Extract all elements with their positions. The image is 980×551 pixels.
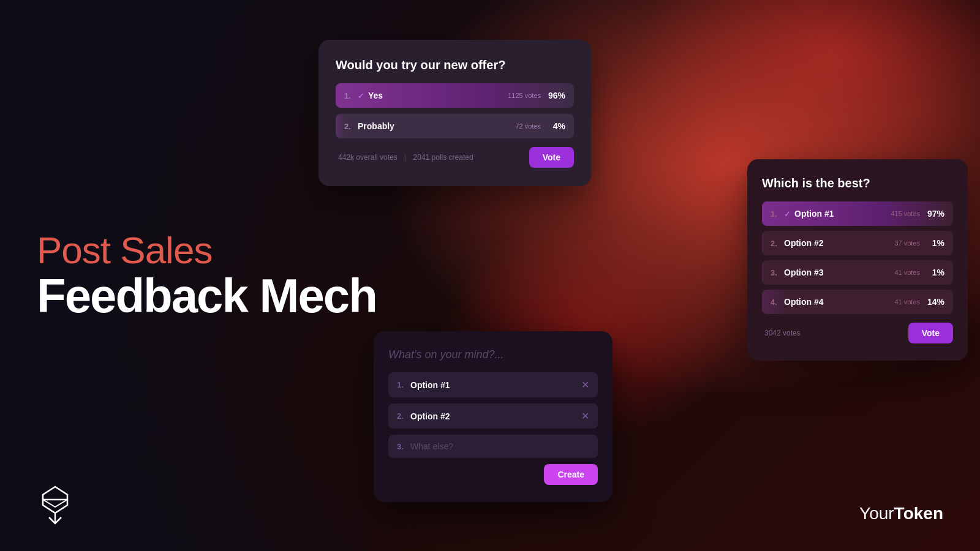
- hero-text: Post Sales Feedback Mech: [37, 230, 377, 321]
- poll-2-option-4[interactable]: 4. Option #4 41 votes 14%: [762, 290, 953, 314]
- poll-card-3: What's on your mind?... 1. Option #1 ✕ 2…: [374, 331, 612, 502]
- poll-card-1: Would you try our new offer? 1. ✓ Yes 11…: [318, 40, 591, 186]
- poll-1-question: Would you try our new offer?: [336, 58, 574, 72]
- poll-1-num-2: 2.: [344, 122, 358, 131]
- poll-2-votes-2: 37 votes: [894, 239, 920, 247]
- poll-2-footer: 3042 votes Vote: [762, 323, 953, 343]
- poll-2-option-2[interactable]: 2. Option #2 37 votes 1%: [762, 231, 953, 255]
- poll-1-votes-2: 72 votes: [515, 122, 541, 130]
- poll-2-num-1: 1.: [771, 209, 784, 219]
- poll-2-fill-3: [762, 260, 764, 285]
- poll-3-option-2[interactable]: 2. Option #2 ✕: [388, 403, 598, 429]
- poll-3-num-1: 1.: [397, 380, 410, 389]
- poll-2-text-1: Option #1: [794, 209, 891, 219]
- poll-3-option-1[interactable]: 1. Option #1 ✕: [388, 372, 598, 397]
- create-button[interactable]: Create: [544, 464, 598, 485]
- poll-1-check-1: ✓: [358, 91, 364, 100]
- poll-1-created: 2041 polls created: [413, 153, 473, 162]
- poll-3-placeholder: What's on your mind?...: [388, 348, 598, 361]
- stat-divider: |: [404, 153, 406, 162]
- poll-2-votes-3: 41 votes: [894, 269, 920, 276]
- poll-2-votes-4: 41 votes: [894, 298, 920, 305]
- poll-2-text-3: Option #3: [784, 268, 894, 277]
- poll-2-fill-2: [762, 231, 764, 255]
- poll-2-text-2: Option #2: [784, 238, 894, 248]
- poll-2-num-4: 4.: [771, 298, 784, 307]
- brand-light: Your: [859, 504, 894, 523]
- poll-2-percent-4: 14%: [926, 297, 944, 307]
- logo-icon: [37, 484, 74, 527]
- poll-2-check-1: ✓: [784, 209, 791, 219]
- main-content: Post Sales Feedback Mech YourToken Would…: [0, 0, 980, 551]
- poll-1-footer: 442k overall votes | 2041 polls created …: [336, 147, 574, 168]
- brand-bold: Token: [894, 504, 943, 523]
- poll-3-num-3: 3.: [397, 442, 410, 451]
- poll-1-overall: 442k overall votes: [338, 153, 398, 162]
- poll-card-2: Which is the best? 1. ✓ Option #1 415 vo…: [747, 159, 968, 361]
- poll-2-percent-1: 97%: [926, 209, 944, 219]
- main-title: Feedback Mech: [37, 271, 377, 321]
- poll-3-option-3[interactable]: 3. What else?: [388, 435, 598, 458]
- poll-3-placeholder-3: What else?: [410, 441, 589, 451]
- poll-3-text-2: Option #2: [410, 411, 581, 421]
- poll-1-votes-1: 1125 votes: [508, 92, 541, 99]
- poll-1-percent-1: 96%: [547, 91, 565, 100]
- poll-2-stats: 3042 votes: [762, 329, 803, 337]
- poll-3-footer: Create: [388, 464, 598, 485]
- poll-2-num-3: 3.: [771, 268, 784, 277]
- poll-2-votes-1: 415 votes: [891, 210, 920, 217]
- logo: [37, 484, 74, 527]
- poll-2-total-votes: 3042 votes: [764, 329, 801, 337]
- poll-1-text-1: Yes: [368, 91, 508, 100]
- poll-2-option-3[interactable]: 3. Option #3 41 votes 1%: [762, 260, 953, 285]
- poll-2-option-1[interactable]: 1. ✓ Option #1 415 votes 97%: [762, 201, 953, 226]
- poll-2-percent-3: 1%: [926, 268, 944, 277]
- poll-3-text-1: Option #1: [410, 380, 581, 390]
- subtitle: Post Sales: [37, 230, 377, 271]
- poll-3-num-2: 2.: [397, 411, 410, 421]
- poll-2-percent-2: 1%: [926, 238, 944, 248]
- poll-1-stats: 442k overall votes | 2041 polls created: [336, 153, 476, 162]
- poll-1-num-1: 1.: [344, 91, 358, 100]
- poll-3-close-1[interactable]: ✕: [581, 379, 589, 391]
- poll-2-question: Which is the best?: [762, 176, 953, 190]
- poll-1-option-2[interactable]: 2. Probably 72 votes 4%: [336, 114, 574, 138]
- poll-1-percent-2: 4%: [547, 121, 565, 131]
- poll-1-vote-button[interactable]: Vote: [529, 147, 574, 168]
- poll-2-vote-button[interactable]: Vote: [908, 323, 953, 343]
- poll-2-text-4: Option #4: [784, 297, 894, 307]
- poll-2-num-2: 2.: [771, 239, 784, 248]
- brand-name: YourToken: [859, 504, 943, 523]
- poll-1-option-1[interactable]: 1. ✓ Yes 1125 votes 96%: [336, 83, 574, 108]
- poll-1-text-2: Probably: [358, 121, 515, 131]
- poll-3-close-2[interactable]: ✕: [581, 410, 589, 422]
